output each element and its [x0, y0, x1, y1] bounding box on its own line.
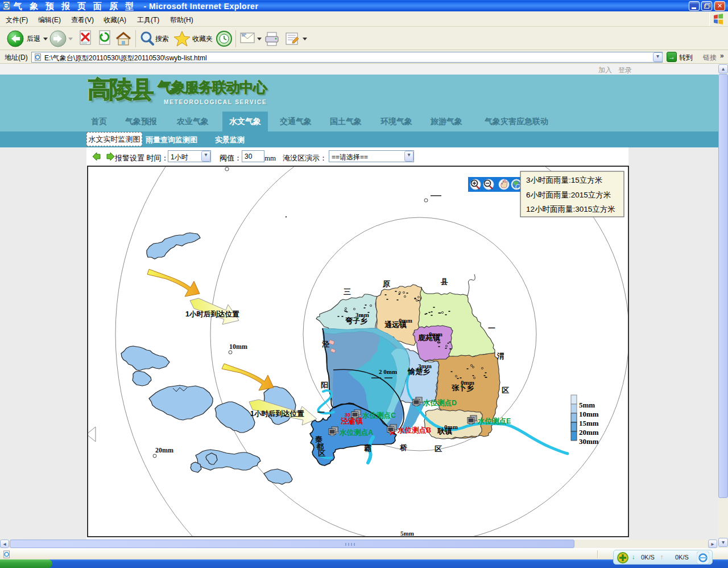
svg-text:水位测点A: 水位测点A	[339, 429, 373, 437]
svg-text:2 0mm: 2 0mm	[379, 368, 397, 375]
svg-text:0mm: 0mm	[399, 317, 412, 324]
svg-text:水位测点E: 水位测点E	[477, 417, 511, 425]
svg-text:0mm: 0mm	[444, 423, 458, 430]
svg-text:20mm: 20mm	[155, 446, 173, 454]
svg-text:1小时后到达位置: 1小时后到达位置	[185, 310, 239, 318]
svg-text:区: 区	[435, 444, 442, 453]
svg-text:15mm: 15mm	[579, 419, 599, 427]
svg-text:5mm: 5mm	[400, 530, 414, 537]
svg-text:三: 三	[344, 287, 351, 296]
svg-text:3小时面雨量:15立方米: 3小时面雨量:15立方米	[526, 176, 602, 184]
svg-text:水位测点D: 水位测点D	[423, 399, 457, 407]
svg-text:1小时后到达位置: 1小时后到达位置	[250, 410, 304, 418]
svg-text:一: 一	[488, 324, 495, 332]
svg-text:阳: 阳	[321, 381, 328, 389]
svg-text:6小时面雨量:2015立方米: 6小时面雨量:2015立方米	[526, 191, 611, 199]
svg-text:0mm: 0mm	[461, 379, 474, 386]
svg-text:12小时面雨量:3015立方米: 12小时面雨量:3015立方米	[526, 205, 615, 213]
svg-text:30: 30	[345, 412, 350, 418]
svg-text:水位测点B: 水位测点B	[397, 426, 431, 434]
svg-text:原: 原	[382, 279, 390, 288]
svg-text:3mm: 3mm	[355, 311, 369, 318]
svg-text:渭: 渭	[497, 352, 504, 360]
svg-text:泾: 泾	[321, 340, 330, 348]
svg-text:10mm: 10mm	[229, 343, 247, 351]
svg-text:5mm: 5mm	[579, 401, 595, 409]
svg-text:一: 一	[317, 408, 325, 417]
svg-text:水位测点C: 水位测点C	[362, 411, 396, 419]
svg-text:县: 县	[440, 277, 448, 286]
svg-text:桥: 桥	[399, 443, 408, 452]
svg-text:区: 区	[318, 449, 325, 458]
svg-text:3mm: 3mm	[418, 363, 432, 369]
svg-text:霸: 霸	[364, 444, 371, 452]
svg-text:区: 区	[502, 386, 509, 394]
svg-text:0mm: 0mm	[429, 331, 442, 337]
svg-text:20mm: 20mm	[579, 428, 599, 437]
svg-text:30mm: 30mm	[579, 437, 599, 446]
svg-text:10mm: 10mm	[579, 410, 599, 418]
